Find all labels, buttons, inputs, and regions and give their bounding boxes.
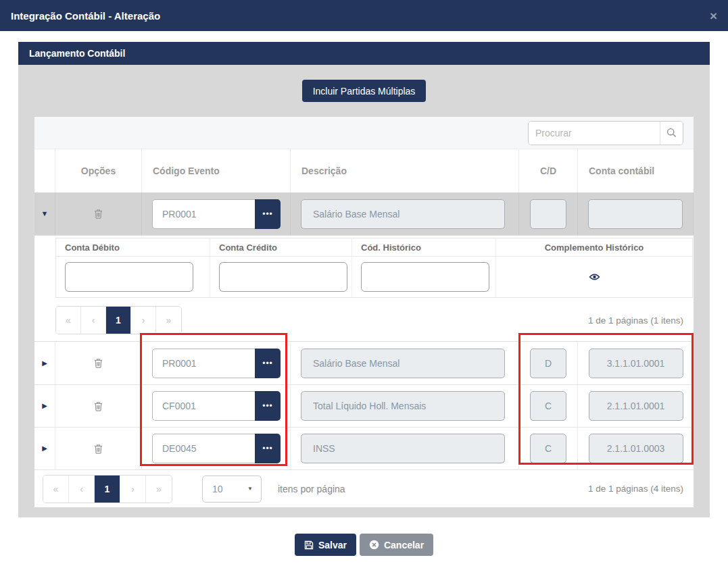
description-field: Salário Base Mensal	[301, 349, 505, 378]
search-input[interactable]	[529, 122, 660, 145]
detail-header-debit-account: Conta Débito	[56, 238, 210, 256]
delete-row-icon[interactable]	[55, 342, 142, 384]
cd-field: D	[530, 349, 566, 378]
save-button[interactable]: Salvar	[295, 534, 356, 556]
description-field: INSS	[301, 434, 505, 463]
table-header-row: Opções Código Evento Descrição C/D Conta…	[34, 149, 694, 193]
delete-row-icon[interactable]	[55, 193, 142, 235]
detail-header-credit-account: Conta Crédito	[210, 238, 352, 256]
column-header-event-code: Código Evento	[142, 149, 291, 193]
cd-field	[530, 199, 566, 229]
lookup-ellipsis-button[interactable]: •••	[255, 199, 281, 229]
cd-field: C	[530, 391, 566, 421]
save-icon	[304, 540, 314, 550]
table-row: ▼ ••• Salário Base Mensal	[34, 193, 694, 235]
account-field	[588, 199, 683, 229]
column-header-options: Opções	[55, 149, 142, 193]
page-1-button[interactable]: 1	[95, 476, 120, 503]
include-multiple-entries-button[interactable]: Incluir Partidas Múltiplas	[302, 80, 427, 102]
table-row: ▶ ••• INSS C 2.1.1.01.0003	[34, 427, 694, 469]
modal-footer: Salvar Cancelar	[0, 517, 728, 564]
detail-page-1-button[interactable]: 1	[106, 307, 131, 334]
detail-next-page-button[interactable]: ›	[131, 307, 156, 334]
entries-table: Opções Código Evento Descrição C/D Conta…	[34, 117, 694, 507]
last-page-button[interactable]: »	[146, 476, 172, 503]
delete-row-icon[interactable]	[55, 428, 142, 469]
expand-row-icon[interactable]: ▶	[42, 360, 47, 367]
lookup-ellipsis-button[interactable]: •••	[255, 434, 281, 463]
credit-account-input[interactable]	[219, 262, 347, 292]
integration-modal: Integração Contábil - Alteração × Lançam…	[0, 0, 728, 564]
account-field: 2.1.1.01.0003	[589, 434, 683, 463]
pagination-info: 1 de 1 páginas (4 itens)	[588, 484, 683, 494]
column-header-description: Descrição	[291, 149, 519, 193]
debit-account-input[interactable]	[65, 262, 193, 292]
items-per-page-label: itens por página	[278, 484, 345, 494]
chevron-down-icon: ▼	[247, 486, 253, 492]
event-code-input[interactable]	[152, 391, 255, 421]
next-page-button[interactable]: ›	[120, 476, 146, 503]
search-group	[528, 121, 683, 145]
detail-header-history-code: Cód. Histórico	[352, 238, 496, 256]
save-label: Salvar	[318, 540, 347, 550]
expand-row-icon[interactable]: ▶	[42, 445, 47, 452]
column-header-cd: C/D	[519, 149, 578, 193]
detail-pagination: « ‹ 1 › » 1 de 1 páginas (1 itens)	[55, 306, 693, 334]
detail-prev-page-button[interactable]: ‹	[81, 307, 106, 334]
page-size-select[interactable]: 10 ▼	[202, 476, 262, 503]
first-page-button[interactable]: «	[43, 476, 69, 503]
account-field: 3.1.1.01.0001	[589, 349, 683, 378]
table-row: ▶ ••• Total Líquido Holl. Mensais C 2.1.…	[34, 384, 694, 427]
cancel-button[interactable]: Cancelar	[360, 534, 433, 556]
collapse-row-icon[interactable]: ▼	[41, 210, 49, 217]
event-code-input[interactable]	[152, 434, 255, 463]
panel-header: Lançamento Contábil	[18, 42, 710, 65]
cancel-label: Cancelar	[384, 540, 424, 550]
page-size-value: 10	[212, 484, 223, 494]
detail-pagination-info: 1 de 1 páginas (1 itens)	[588, 315, 693, 326]
column-header-account: Conta contábil	[578, 149, 694, 193]
table-toolbar	[34, 117, 694, 149]
detail-table: Conta Débito Conta Crédito Cód. Históric…	[55, 238, 693, 298]
event-code-input[interactable]	[152, 349, 255, 378]
description-field: Salário Base Mensal	[301, 199, 505, 229]
expand-row-icon[interactable]: ▶	[42, 403, 47, 409]
close-icon[interactable]: ×	[710, 9, 717, 22]
history-code-input[interactable]	[361, 262, 489, 292]
row-detail-panel: Conta Débito Conta Crédito Cód. Históric…	[34, 235, 694, 342]
modal-body: Lançamento Contábil Incluir Partidas Múl…	[18, 42, 710, 517]
event-code-input[interactable]	[152, 199, 255, 229]
search-icon[interactable]	[660, 122, 683, 145]
detail-header-history-complement: Complemento Histórico	[496, 238, 692, 256]
table-pagination: « ‹ 1 › » 10 ▼ itens por página 1 de 1 p…	[34, 469, 694, 507]
table-row: ▶ ••• Salário Base Mensal D 3.1.1.01.000…	[34, 342, 694, 384]
description-field: Total Líquido Holl. Mensais	[301, 391, 505, 421]
lookup-ellipsis-button[interactable]: •••	[255, 391, 281, 421]
lookup-ellipsis-button[interactable]: •••	[255, 349, 281, 378]
cancel-circle-x-icon	[369, 540, 379, 550]
account-field: 2.1.1.01.0001	[589, 391, 683, 421]
modal-header: Integração Contábil - Alteração ×	[0, 0, 728, 31]
delete-row-icon[interactable]	[55, 385, 142, 427]
panel-title: Lançamento Contábil	[29, 48, 125, 59]
prev-page-button[interactable]: ‹	[69, 476, 95, 503]
cd-field: C	[530, 434, 566, 463]
modal-title: Integração Contábil - Alteração	[11, 10, 160, 22]
detail-last-page-button[interactable]: »	[156, 307, 181, 334]
view-history-complement-eye-icon[interactable]	[496, 257, 692, 297]
detail-first-page-button[interactable]: «	[56, 307, 81, 334]
expander-column-header	[34, 149, 55, 193]
